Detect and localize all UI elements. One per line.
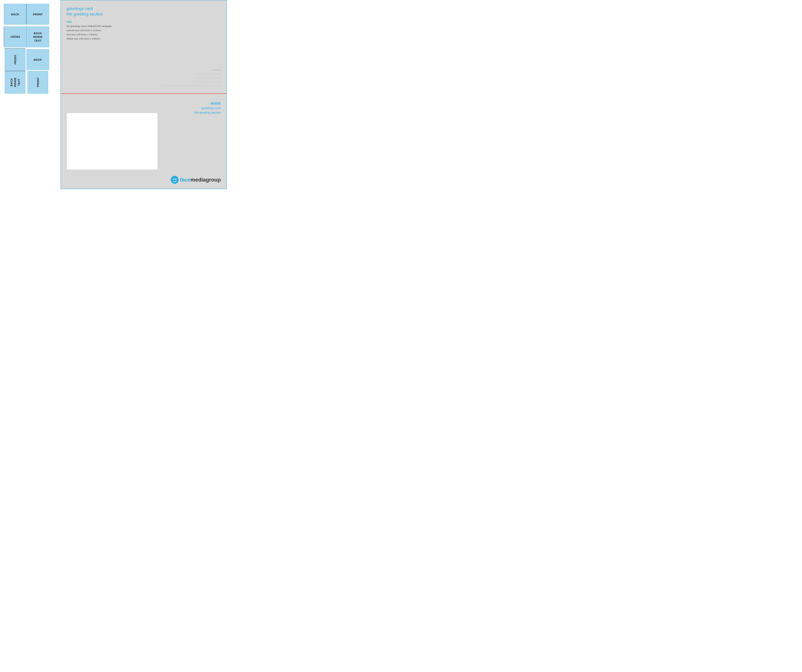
artwork-title: artwork	[160, 68, 221, 71]
card-front-4: FRONT	[27, 71, 48, 94]
card-back-inside-label-4: BACKINSIDETEXT	[10, 78, 21, 87]
diagram-row-1: BACK FRONT	[4, 4, 57, 24]
inside-label: INSIDE	[211, 102, 221, 105]
fmg-text: facemediagroup	[180, 177, 221, 183]
fmg-icon	[171, 176, 179, 184]
artwork-line1: ideally a GREETING	[198, 73, 221, 75]
card-front-label-3: FRONT	[14, 55, 17, 65]
inside-white-box	[66, 113, 158, 170]
card-front-3: FRONT	[5, 48, 26, 71]
card-front-label-4: FRONT	[36, 77, 39, 87]
size-line2: canvas size 152.5mm x 214mm	[66, 29, 101, 32]
card-back-3: BACK	[26, 49, 49, 70]
card-back-1: BACK	[4, 4, 26, 24]
svg-point-1	[173, 178, 174, 180]
diagram-row-3: FRONT BACK	[4, 49, 57, 70]
diagram-row-4: BACKINSIDETEXT FRONT	[4, 72, 57, 93]
size-line1: A6 greetings card LANDSCAPE template	[66, 25, 112, 28]
right-panel: greetings card the greeting section size…	[60, 0, 227, 189]
inside-labels: INSIDE greetings card the greeting secti…	[194, 101, 221, 115]
inside-text-block: INSIDE greetings card the greeting secti…	[194, 101, 221, 115]
card-back-inside-4: BACKINSIDETEXT	[5, 71, 26, 94]
card-front-2: FRONT	[4, 26, 26, 47]
title-line2: the greeting section	[66, 12, 103, 16]
bottom-section: INSIDE greetings card the greeting secti…	[61, 94, 226, 189]
inside-line2: greetings card	[202, 107, 221, 110]
top-title: greetings card the greeting section	[66, 6, 221, 17]
card-diagrams: BACK FRONT FRONT BACKINSIDETEXT FRONT BA…	[4, 4, 57, 93]
artwork-line4: IF that is so, then keep type within the…	[160, 84, 221, 87]
svg-point-2	[175, 178, 176, 180]
logo-media: mediagroup	[191, 177, 221, 183]
size-section: size A6 greetings card LANDSCAPE templat…	[66, 20, 221, 41]
fmg-logo: facemediagroup	[171, 176, 221, 184]
size-line4: folded size 148.5mm x 105mm	[66, 37, 100, 40]
card-back-inside-label-2: BACKINSIDETEXT	[33, 31, 42, 42]
size-line3: trim size 148.5mm x 210mm	[66, 33, 97, 36]
left-panel: BACK FRONT FRONT BACKINSIDETEXT FRONT BA…	[0, 0, 60, 189]
diagram-row-2: FRONT BACKINSIDETEXT	[4, 26, 57, 47]
size-label: size	[66, 20, 221, 23]
card-front-1: FRONT	[26, 4, 49, 24]
card-back-inside-2: BACKINSIDETEXT	[26, 26, 49, 47]
logo-face: face	[180, 177, 191, 183]
card-back-label-3: BACK	[34, 58, 42, 61]
title-line1: greetings card	[66, 6, 93, 11]
artwork-subtitle: ideally a GREETING should be the only th…	[160, 72, 221, 88]
svg-point-0	[171, 176, 179, 184]
card-front-label-2: FRONT	[10, 36, 20, 39]
inside-line3: the greeting section	[194, 111, 221, 114]
artwork-line2: should be the only thing	[195, 76, 221, 79]
card-back-label-1: BACK	[11, 13, 19, 16]
top-section: greetings card the greeting section size…	[61, 0, 226, 94]
size-text: A6 greetings card LANDSCAPE template can…	[66, 24, 221, 41]
artwork-line3: to be printed inside this card	[190, 80, 221, 83]
artwork-block: artwork ideally a GREETING should be the…	[160, 68, 221, 88]
card-front-label-1: FRONT	[33, 13, 43, 16]
